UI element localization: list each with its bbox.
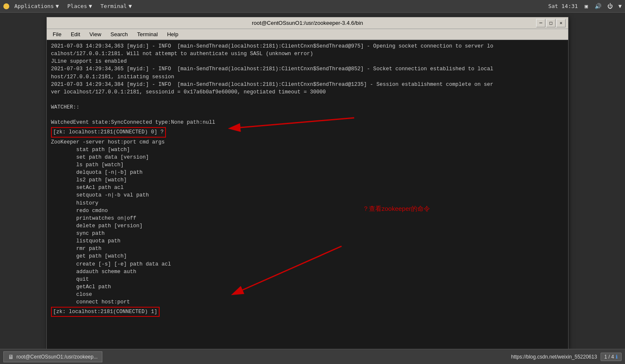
- places-arrow: ▼: [89, 3, 92, 9]
- menu-search[interactable]: Search: [106, 30, 132, 38]
- system-time: Sat 14:31: [548, 3, 578, 9]
- page-info: 1 / 4: [604, 354, 614, 360]
- system-bar: Applications ▼ Places ▼ Terminal ▼ Sat 1…: [0, 0, 625, 13]
- log-line-2: calhost/127.0.0.1:2181. Will not attempt…: [51, 50, 564, 58]
- taskbar-terminal-label: root@CentOSsunO1:/usr/zookeep...: [16, 354, 98, 360]
- monitor-icon[interactable]: ▣: [583, 3, 590, 10]
- volume-icon[interactable]: 🔊: [595, 3, 601, 10]
- taskbar-terminal-item[interactable]: 🖥 root@CentOSsunO1:/usr/zookeep...: [3, 351, 102, 362]
- log-line-1: 2021-07-03 14:29:34,363 [myid:] - INFO […: [51, 43, 564, 50]
- applications-arrow: ▼: [56, 3, 59, 9]
- prompt-line-1: [zk: localhost:2181(CONNECTED) 0] ?: [51, 127, 564, 137]
- menu-file[interactable]: File: [48, 30, 66, 38]
- menu-edit[interactable]: Edit: [67, 30, 84, 38]
- titlebar-controls: ─ □ ✕: [536, 19, 566, 27]
- menu-bar: File Edit View Search Terminal Help: [47, 29, 568, 40]
- applications-label: Applications: [14, 3, 54, 9]
- prompt-line-2: [zk: localhost:2181(CONNECTED) 1]: [51, 307, 564, 317]
- log-line-7: ver localhost/127.0.0.1:2181, sessionid …: [51, 88, 564, 96]
- menu-terminal[interactable]: Terminal: [133, 30, 162, 38]
- places-menu[interactable]: Places ▼: [64, 2, 96, 10]
- gnome-icon: [3, 3, 9, 9]
- power-arrow: ▼: [618, 3, 622, 9]
- cmd-block: ZooKeeper -server host:port cmd args sta…: [51, 138, 564, 306]
- close-button[interactable]: ✕: [556, 19, 566, 27]
- taskbar-left: 🖥 root@CentOSsunO1:/usr/zookeep...: [3, 351, 102, 362]
- system-bar-right: Sat 14:31 ▣ 🔊 ⏻ ▼: [548, 3, 622, 10]
- watched-event: WatchedEvent state:SyncConnected type:No…: [51, 119, 564, 126]
- prompt-box-2: [zk: localhost:2181(CONNECTED) 1]: [51, 307, 160, 317]
- log-line-5: host/127.0.0.1:2181, initiating session: [51, 73, 564, 81]
- menu-view[interactable]: View: [85, 30, 105, 38]
- terminal-label-top: Terminal: [101, 3, 127, 9]
- taskbar-url: https://blog.csdn.net/weixin_55220613: [511, 354, 597, 360]
- taskbar: 🖥 root@CentOSsunO1:/usr/zookeep... https…: [0, 349, 625, 364]
- minimize-button[interactable]: ─: [536, 19, 545, 27]
- taskbar-terminal-icon: 🖥: [8, 353, 14, 360]
- places-label: Places: [67, 3, 87, 9]
- log-line-8: [51, 96, 564, 104]
- system-bar-left: Applications ▼ Places ▼ Terminal ▼: [3, 2, 135, 10]
- terminal-window: root@CentOSsunO1:/usr/zookeeper-3.4.6/bi…: [46, 17, 569, 349]
- power-icon[interactable]: ⏻: [606, 3, 613, 10]
- terminal-titlebar: root@CentOSsunO1:/usr/zookeeper-3.4.6/bi…: [47, 17, 568, 29]
- terminal-arrow: ▼: [128, 3, 132, 9]
- watcher-header: WATCHER::: [51, 104, 564, 111]
- prompt-box-1: [zk: localhost:2181(CONNECTED) 0] ?: [51, 127, 166, 137]
- log-line-10: [51, 111, 564, 119]
- terminal-menu-top[interactable]: Terminal ▼: [97, 2, 135, 10]
- restore-button[interactable]: □: [546, 19, 556, 27]
- log-line-6: 2021-07-03 14:29:34,384 [myid:] - INFO […: [51, 81, 564, 88]
- applications-menu[interactable]: Applications ▼: [11, 2, 62, 10]
- terminal-output: 2021-07-03 14:29:34,363 [myid:] - INFO […: [51, 43, 564, 317]
- menu-help[interactable]: Help: [163, 30, 183, 38]
- log-line-4: 2021-07-03 14:29:34,365 [myid:] - INFO […: [51, 65, 564, 73]
- terminal-title: root@CentOSsunO1:/usr/zookeeper-3.4.6/bi…: [252, 20, 363, 26]
- page-indicator: 1 / 4 ℹ: [601, 353, 622, 361]
- terminal-content[interactable]: 2021-07-03 14:29:34,363 [myid:] - INFO […: [47, 40, 568, 349]
- page-icon: ℹ: [616, 354, 618, 360]
- log-line-3: JLine support is enabled: [51, 58, 564, 65]
- taskbar-right: https://blog.csdn.net/weixin_55220613 1 …: [511, 353, 622, 361]
